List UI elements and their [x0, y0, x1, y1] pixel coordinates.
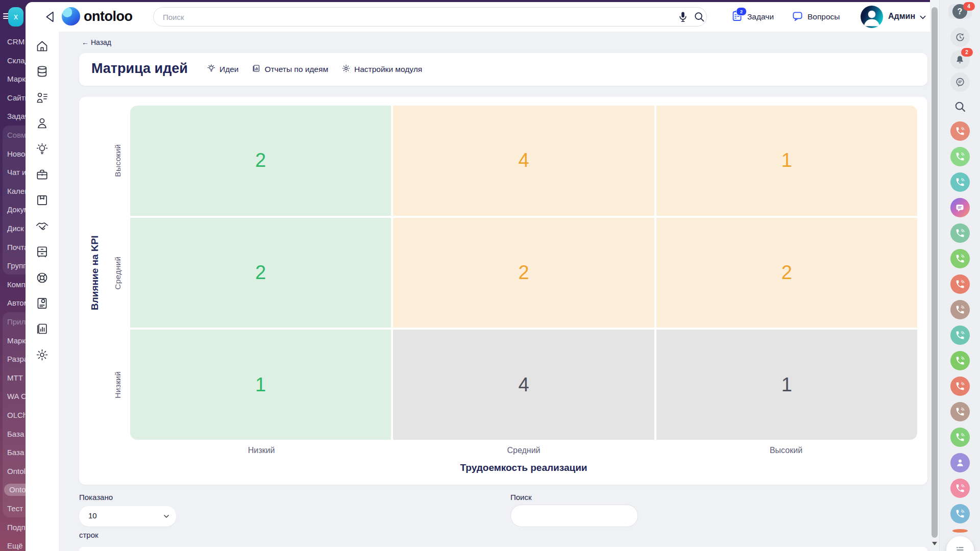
phone-icon[interactable] [950, 377, 970, 396]
phone-icon[interactable] [950, 428, 970, 447]
page-header-card: Матрица идей ИдеиОтчеты по идеямНастройк… [79, 53, 927, 86]
table-search-input[interactable] [519, 509, 631, 523]
phone-icon[interactable] [950, 479, 970, 498]
chevron-down-icon [163, 513, 170, 520]
report-icon [252, 64, 261, 75]
report-icon[interactable] [35, 322, 49, 336]
database-icon[interactable] [35, 65, 49, 79]
os-sidebar-item[interactable]: CRM [7, 36, 24, 48]
rows-shown-label: Показано [79, 493, 113, 502]
user-avatar[interactable] [861, 6, 883, 28]
phone-icon[interactable] [950, 249, 970, 268]
handshake-icon[interactable] [35, 219, 49, 233]
search-icon[interactable] [693, 11, 705, 23]
os-sidebar-item[interactable]: Ещё [7, 540, 23, 551]
phone-icon[interactable] [950, 274, 970, 294]
microphone-icon[interactable] [677, 11, 689, 23]
phone-icon[interactable] [950, 121, 970, 141]
scrollbar-down-arrow[interactable] [932, 542, 937, 545]
bell-icon[interactable]: 2 [950, 50, 970, 69]
matrix-col-label: Низкий [130, 446, 393, 455]
org-icon[interactable] [35, 91, 49, 105]
phone-icon[interactable] [950, 402, 970, 421]
next-card-edge [79, 547, 927, 551]
rows-unit-label: строк [79, 531, 99, 539]
messenger-icon[interactable] [950, 198, 970, 217]
phone-icon[interactable] [950, 351, 970, 370]
tasks-button[interactable]: 2 Задачи [731, 2, 774, 32]
bulb-icon [207, 64, 216, 75]
phone-icon[interactable] [950, 147, 970, 166]
rows-per-page-select[interactable]: 10 [79, 506, 176, 527]
right-utility-rail: ?42 [939, 0, 980, 551]
os-sidebar-item[interactable]: MTT [7, 372, 23, 384]
back-link[interactable]: ← Назад [82, 38, 111, 46]
os-sidebar-item[interactable]: База [7, 428, 24, 440]
chat-icon[interactable] [950, 72, 970, 92]
x-axis-title: Трудоемкость реализации [130, 462, 917, 473]
os-sidebar-item[interactable]: База [7, 446, 24, 459]
user-name[interactable]: Админ [888, 12, 915, 21]
matrix-col-label: Средний [393, 446, 655, 455]
questions-icon [792, 10, 803, 24]
phone-icon[interactable] [950, 325, 970, 345]
matrix-cell-r1c3[interactable]: 1 [656, 106, 917, 216]
search-icon[interactable] [951, 98, 969, 115]
matrix-cell-r3c1[interactable]: 1 [130, 330, 391, 440]
matrix-cell-r2c3[interactable]: 2 [656, 218, 917, 328]
back-chevron-icon[interactable] [44, 10, 57, 23]
app-window: ontoloo 2 Задачи [26, 2, 930, 551]
briefcase-icon[interactable] [35, 168, 49, 182]
page-title: Матрица идей [91, 61, 188, 77]
idea-matrix-grid: 241222141 [130, 106, 917, 440]
matrix-cell-r1c1[interactable]: 2 [130, 106, 391, 216]
history-icon[interactable] [950, 28, 970, 47]
os-sidebar-item[interactable]: Тест [7, 503, 23, 515]
y-axis-title: Влияние на KPI [89, 106, 101, 440]
page-scrollbar[interactable] [930, 0, 939, 551]
lifebuoy-icon[interactable] [35, 271, 49, 285]
rail-menu-button[interactable] [946, 536, 974, 551]
notification-badge: 2 [961, 48, 973, 57]
questions-button[interactable]: Вопросы [792, 2, 840, 32]
scrollbar-thumb[interactable] [932, 7, 938, 538]
matrix-row-label: Высокий [108, 106, 128, 216]
os-sidebar-item[interactable]: Диск [7, 222, 24, 235]
bulb-icon[interactable] [35, 142, 49, 156]
search-input[interactable] [162, 9, 664, 24]
app-logo[interactable]: ontoloo [62, 7, 132, 26]
chevron-down-icon[interactable] [919, 13, 927, 21]
action-report-button[interactable]: Отчеты по идеям [252, 64, 328, 75]
matrix-row-labels: ВысокийСреднийНизкий [108, 106, 128, 440]
close-button[interactable]: x [8, 7, 23, 27]
matrix-row-label: Низкий [108, 330, 128, 440]
logo-text: ontoloo [84, 9, 132, 24]
matrix-cell-r2c1[interactable]: 2 [130, 218, 391, 328]
phone-icon[interactable] [950, 172, 970, 192]
phone-icon[interactable] [950, 223, 970, 243]
help-button[interactable]: ?4 [948, 4, 972, 19]
matrix-cell-r3c3[interactable]: 1 [656, 330, 917, 440]
matrix-col-label: Высокий [655, 446, 917, 455]
person-icon[interactable] [35, 116, 49, 130]
person-icon[interactable] [950, 453, 970, 472]
logo-icon [62, 7, 80, 26]
phone-icon[interactable] [950, 300, 970, 319]
notification-badge: 4 [963, 2, 975, 11]
action-gear-button[interactable]: Настройки модуля [341, 64, 422, 75]
gear-icon[interactable] [35, 348, 49, 362]
matrix-cell-r1c2[interactable]: 4 [393, 106, 654, 216]
action-bulb-button[interactable]: Идеи [207, 64, 238, 75]
partial-icon [952, 529, 968, 533]
phone-icon[interactable] [950, 504, 970, 523]
home-icon[interactable] [35, 39, 49, 53]
matrix-cell-r3c2[interactable]: 4 [393, 330, 654, 440]
app-topbar: ontoloo 2 Задачи [26, 2, 930, 32]
tasks-icon: 2 [731, 10, 743, 24]
package-icon[interactable] [35, 193, 49, 207]
manual-icon[interactable] [35, 296, 49, 310]
cabinet-icon[interactable] [35, 245, 49, 259]
matrix-cell-r2c2[interactable]: 2 [393, 218, 654, 328]
global-search [153, 7, 707, 27]
page-actions: ИдеиОтчеты по идеямНастройки модуля [207, 53, 422, 86]
